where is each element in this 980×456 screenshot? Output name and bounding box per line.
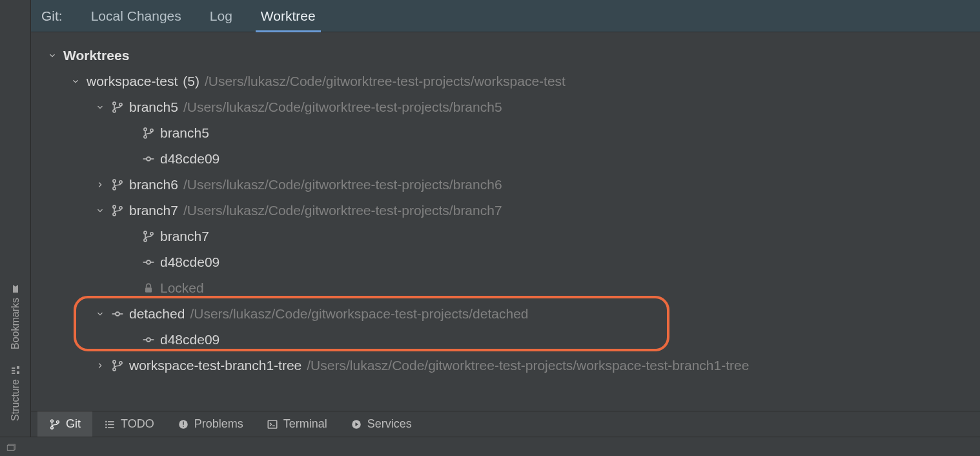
- chevron-down-icon[interactable]: [94, 308, 106, 320]
- svg-point-37: [51, 426, 54, 429]
- tab-local-changes[interactable]: Local Changes: [77, 0, 196, 32]
- branch6-name: branch6: [129, 177, 178, 192]
- svg-rect-53: [7, 445, 14, 450]
- svg-rect-26: [145, 287, 152, 293]
- branch7-name: branch7: [129, 203, 178, 218]
- tree-branch7-locked[interactable]: Locked: [44, 275, 974, 301]
- chevron-down-icon[interactable]: [94, 205, 106, 216]
- svg-point-23: [147, 260, 150, 264]
- bookmark-icon: [10, 284, 21, 294]
- tree-branch7-commit[interactable]: d48cde09: [44, 249, 974, 275]
- svg-rect-4: [12, 368, 15, 369]
- branch5-name: branch5: [129, 99, 178, 115]
- status-bar: [0, 437, 980, 456]
- svg-point-14: [113, 180, 116, 182]
- svg-point-5: [113, 102, 116, 105]
- bottom-terminal-label: Terminal: [283, 417, 327, 431]
- svg-point-10: [150, 129, 153, 132]
- svg-rect-44: [108, 427, 114, 428]
- tree-detached-commit[interactable]: d48cde09: [44, 327, 974, 353]
- tree-branch5-sub[interactable]: branch5: [44, 120, 974, 146]
- commit-icon: [111, 307, 124, 320]
- svg-point-21: [144, 239, 147, 242]
- svg-point-34: [113, 368, 116, 371]
- tree-branch5[interactable]: branch5 /Users/lukasz/Code/gitworktree-t…: [44, 94, 974, 120]
- bottom-terminal[interactable]: Terminal: [255, 411, 339, 437]
- left-tool-rail: Bookmarks Structure: [0, 0, 31, 437]
- svg-point-9: [144, 136, 147, 138]
- tab-log[interactable]: Log: [196, 0, 247, 32]
- bottom-services-label: Services: [367, 417, 412, 431]
- structure-icon: [10, 365, 21, 375]
- tree-branch6[interactable]: branch6 /Users/lukasz/Code/gitworktree-t…: [44, 172, 974, 198]
- workspace-count: (5): [183, 74, 199, 89]
- svg-point-6: [113, 110, 116, 112]
- svg-point-22: [150, 233, 153, 235]
- chevron-down-icon[interactable]: [46, 50, 58, 61]
- wtb1-path: /Users/lukasz/Code/gitworktree-test-proj…: [307, 358, 749, 373]
- tree-wtb1[interactable]: workspace-test-branch1-tree /Users/lukas…: [44, 353, 974, 378]
- commit-icon: [142, 256, 155, 269]
- tree-root-label: Worktrees: [63, 48, 129, 63]
- tree-root[interactable]: Worktrees: [44, 43, 974, 68]
- svg-point-36: [51, 419, 54, 422]
- svg-point-18: [113, 213, 116, 216]
- svg-rect-39: [105, 420, 107, 422]
- bottom-todo[interactable]: TODO: [92, 411, 166, 437]
- svg-point-11: [147, 157, 150, 161]
- svg-rect-1: [17, 366, 19, 369]
- bottom-git-label: Git: [66, 417, 81, 431]
- wtb1-name: workspace-test-branch1-tree: [129, 358, 301, 373]
- svg-rect-46: [183, 421, 184, 424]
- git-tabbar: Git: Local Changes Log Worktree: [31, 0, 980, 32]
- chevron-down-icon[interactable]: [94, 101, 106, 113]
- tree-workspace[interactable]: workspace-test (5) /Users/lukasz/Code/gi…: [44, 68, 974, 94]
- svg-point-19: [119, 207, 122, 209]
- chevron-right-icon[interactable]: [94, 179, 106, 191]
- tabbar-prefix: Git:: [37, 8, 77, 24]
- branch5-commit-label: d48cde09: [160, 151, 219, 167]
- svg-rect-40: [105, 424, 107, 425]
- rail-structure-label: Structure: [10, 379, 21, 421]
- worktree-tree-pane: Worktrees workspace-test (5) /Users/luka…: [31, 32, 980, 411]
- svg-point-27: [116, 312, 119, 316]
- detached-path: /Users/lukasz/Code/gitworkspace-test-pro…: [190, 306, 528, 322]
- svg-rect-43: [108, 424, 114, 425]
- branch6-path: /Users/lukasz/Code/gitworktree-test-proj…: [183, 177, 502, 192]
- commit-icon: [142, 152, 155, 165]
- svg-rect-0: [17, 371, 19, 374]
- svg-point-20: [144, 231, 147, 234]
- tree-branch7[interactable]: branch7 /Users/lukasz/Code/gitworktree-t…: [44, 198, 974, 223]
- bottom-problems[interactable]: Problems: [166, 411, 255, 437]
- window-icon[interactable]: [6, 442, 17, 452]
- bottom-toolbar: Git TODO Problems Terminal: [31, 411, 980, 437]
- terminal-icon: [267, 419, 278, 430]
- bottom-git[interactable]: Git: [37, 411, 92, 437]
- svg-rect-47: [183, 426, 184, 427]
- svg-point-15: [113, 187, 116, 190]
- svg-rect-41: [105, 426, 107, 428]
- branch7-sub-label: branch7: [160, 229, 209, 244]
- tab-worktree[interactable]: Worktree: [247, 0, 330, 32]
- lock-icon: [142, 282, 155, 295]
- tree-branch5-commit[interactable]: d48cde09: [44, 146, 974, 172]
- svg-point-8: [144, 128, 147, 130]
- detached-name: detached: [129, 306, 185, 322]
- svg-point-38: [57, 420, 59, 423]
- svg-point-35: [119, 362, 122, 364]
- bottom-problems-label: Problems: [194, 417, 243, 431]
- tree-detached[interactable]: detached /Users/lukasz/Code/gitworkspace…: [44, 301, 974, 327]
- branch5-path: /Users/lukasz/Code/gitworktree-test-proj…: [183, 99, 502, 115]
- chevron-down-icon[interactable]: [70, 76, 81, 87]
- list-icon: [104, 419, 116, 430]
- branch-icon: [142, 230, 155, 243]
- problems-icon: [178, 419, 189, 430]
- rail-structure[interactable]: Structure: [7, 357, 24, 429]
- branch7-locked-label: Locked: [160, 280, 204, 296]
- chevron-right-icon[interactable]: [94, 360, 106, 371]
- bottom-services[interactable]: Services: [339, 411, 424, 437]
- svg-rect-42: [108, 421, 114, 422]
- tree-branch7-sub[interactable]: branch7: [44, 223, 974, 249]
- rail-bookmarks[interactable]: Bookmarks: [7, 276, 24, 357]
- svg-point-30: [147, 338, 150, 342]
